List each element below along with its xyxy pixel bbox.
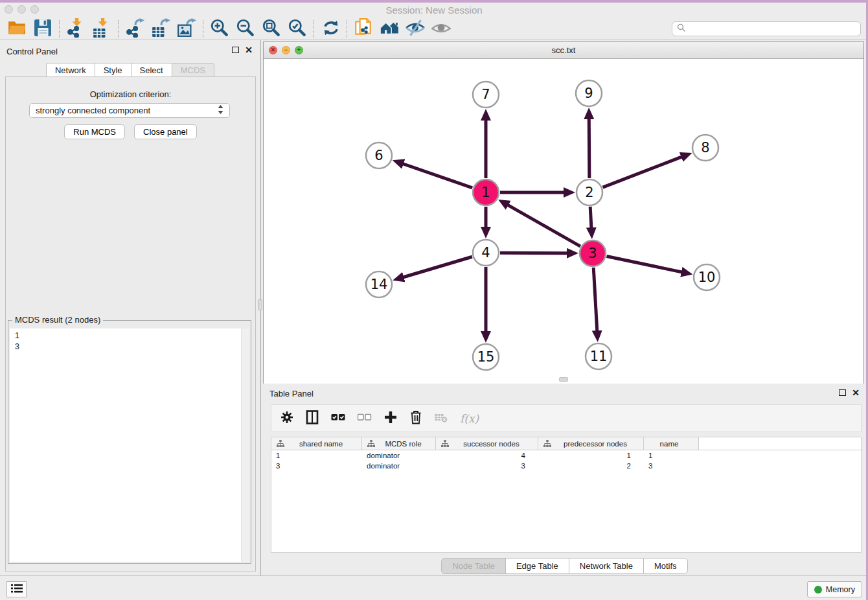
float-panel-icon[interactable] [232,47,239,53]
zoom-out-button[interactable] [233,19,258,40]
mcds-result-title: MCDS result (2 nodes) [12,315,103,325]
column-header-label: predecessor nodes [551,440,643,448]
column-header[interactable]: predecessor nodes [538,437,644,450]
open-session-button[interactable] [4,19,30,40]
control-panel-controls: ✕ [232,47,253,53]
mcds-buttons: Run MCDS Close panel [6,124,255,139]
network-canvas[interactable]: 7968124314101511 [264,59,863,384]
export-image-button[interactable] [174,19,200,40]
eye-slash-icon [405,18,426,40]
network-window-titlebar[interactable]: ✕ − + scc.txt [264,42,863,59]
criterion-dropdown[interactable]: strongly connected component [29,103,230,118]
column-header[interactable]: MCDS role [362,437,436,450]
task-history-button[interactable] [6,581,27,597]
graph-edge-1-6[interactable] [401,163,472,188]
tab-style[interactable]: Style [95,63,131,78]
zoom-selected-button[interactable] [284,19,310,40]
column-header[interactable]: successor nodes [436,437,538,450]
tab-mcds[interactable]: MCDS [172,63,214,78]
graph-edge-3-1[interactable] [506,204,580,246]
search-input[interactable] [689,24,856,34]
table-toolbar: f(x) [271,404,862,432]
table-row[interactable]: 3dominator323 [271,461,861,471]
table-settings-button[interactable] [280,411,293,426]
window-title: Session: New Session [0,5,868,16]
import-network-button[interactable] [63,19,89,40]
function-builder-button[interactable]: f(x) [460,412,479,425]
table-panel-title: Table Panel [269,389,314,398]
duplicate-network-icon [354,18,373,40]
hide-details-button[interactable] [402,19,428,40]
column-header[interactable]: shared name [271,437,362,450]
tab-network-table[interactable]: Network Table [569,558,643,574]
table-cell[interactable]: 2 [538,462,644,470]
table-cell[interactable]: dominator [362,462,436,470]
node-table[interactable]: shared nameMCDS rolesuccessor nodesprede… [271,437,862,553]
table-cell[interactable]: 1 [538,452,644,459]
home-button[interactable] [376,19,402,40]
control-panel: Control Panel ✕ Network Style Select MCD… [0,40,261,575]
export-network-button[interactable] [122,19,148,40]
show-details-button[interactable] [428,19,454,40]
criterion-dropdown-value: strongly connected component [36,106,150,115]
tab-select[interactable]: Select [131,63,172,78]
table-cell[interactable]: 3 [436,462,538,470]
mcds-result-box: MCDS result (2 nodes) 13 [8,320,251,564]
graph-edge-2-3[interactable] [590,207,591,230]
graph-node-label: 7 [481,87,490,102]
chevron-up-down-icon [218,105,223,116]
graph-node-label: 4 [481,245,490,260]
close-panel-icon[interactable]: ✕ [852,389,860,396]
graph-edge-4-14[interactable] [402,257,472,277]
graph-edge-2-8[interactable] [603,156,684,187]
graph-edge-3-11[interactable] [593,268,597,333]
canvas-scrollbar-handle[interactable] [559,377,568,382]
table-row[interactable]: 1dominator411 [271,450,861,461]
table-cell[interactable]: 1 [644,452,699,459]
open-folder-icon [7,19,27,40]
graph-edge-2-9[interactable] [589,117,589,178]
toolbar-separator [59,20,60,38]
toolbar-separator [347,20,347,38]
tab-edge-table[interactable]: Edge Table [505,558,569,574]
close-panel-icon[interactable]: ✕ [245,47,253,53]
show-columns-button[interactable] [306,410,319,427]
select-all-columns-button[interactable] [331,413,345,424]
zoom-in-button[interactable] [207,19,233,40]
float-panel-icon[interactable] [839,389,846,396]
deselect-all-columns-button[interactable] [358,413,372,424]
memory-button[interactable]: Memory [807,581,862,597]
save-session-button[interactable] [30,19,56,40]
export-table-button[interactable] [148,19,174,40]
search-box[interactable] [672,21,861,36]
tab-node-table[interactable]: Node Table [441,558,505,574]
home-houses-icon [379,18,400,40]
tab-network[interactable]: Network [46,63,95,78]
delete-table-button[interactable] [435,411,448,426]
table-tabs: Node Table Edge Table Network Table Moti… [263,558,866,574]
mcds-result-area[interactable]: 13 [10,329,249,562]
result-scrollbar[interactable] [241,329,249,562]
table-cell[interactable]: dominator [362,452,436,459]
close-panel-button[interactable]: Close panel [134,124,197,139]
table-cell[interactable]: 3 [644,462,699,470]
panel-splitter-handle[interactable] [258,299,262,310]
tab-motifs[interactable]: Motifs [643,558,688,574]
table-cell[interactable]: 4 [436,452,538,459]
duplicate-network-button[interactable] [350,19,376,40]
refresh-view-button[interactable] [317,19,343,40]
table-cell[interactable]: 1 [271,452,362,459]
add-row-button[interactable] [384,411,397,426]
import-table-button[interactable] [89,19,115,40]
graph-edge-3-10[interactable] [607,257,684,273]
export-image-icon [177,18,196,40]
graph-edge-4-3[interactable] [500,253,569,253]
table-cell[interactable]: 3 [271,462,362,470]
zoom-fit-button[interactable] [258,19,284,40]
tree-icon [277,440,284,448]
column-header[interactable]: name [644,437,699,450]
graph-node-label: 15 [477,349,495,365]
columns-icon [306,410,319,427]
run-mcds-button[interactable]: Run MCDS [64,124,125,139]
delete-row-button[interactable] [409,410,422,427]
